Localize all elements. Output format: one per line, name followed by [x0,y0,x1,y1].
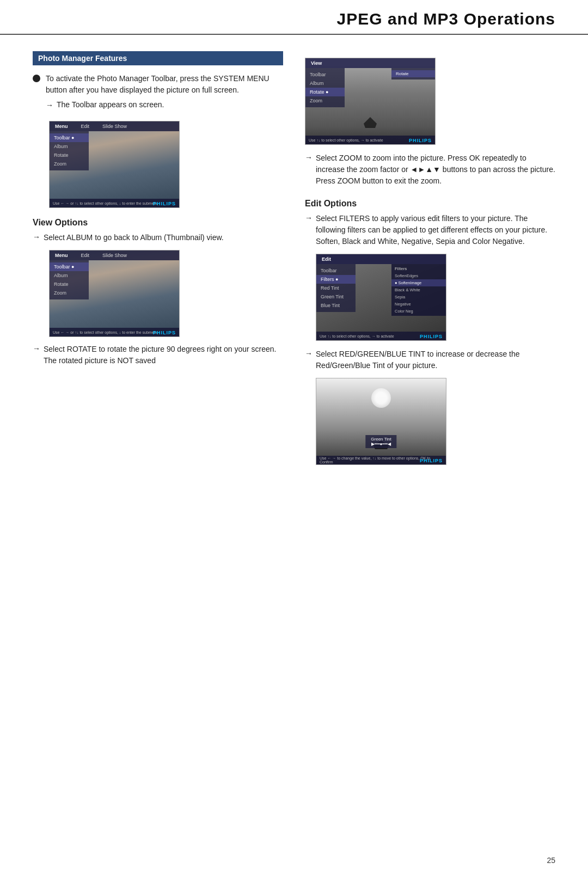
sim-menu-bar-1: Menu Edit Slide Show [50,121,179,131]
arrow-item-2: → Select ALBUM to go back to Album (Thum… [33,232,283,243]
sim-philips-2: PHILIPS [153,330,176,335]
right-column: View Toolbar Album Rotate ● Zoom Rotate … [305,51,555,472]
sim-sidebar-3: Toolbar Album Rotate ● Zoom [305,68,345,107]
arrow-item-1: → The Toolbar appears on screen. [46,99,283,111]
sim-status-text-3: Use ↑↓ to select other options, → to act… [309,138,383,142]
sim-menu-bar-2: Menu Edit Slide Show [50,250,179,260]
arrow-icon-1: → [46,100,53,111]
screen-image-5: Green Tint▶━━●━━◀ Use ← → to change the … [316,378,446,465]
sim-menu-edit: Edit [81,124,90,129]
sim-sb3-toolbar: Toolbar [305,70,345,79]
sim-sb-album: Album [50,142,89,151]
sim-menu-bar-3: View [305,58,435,68]
sim-menu-menu-2: Menu [55,253,68,258]
sim-f-bw: Black & White [391,286,446,293]
sim-sidebar-4: Toolbar Filters ● Red Tint Green Tint Bl… [316,264,356,312]
sun-shape [371,388,391,408]
screen-image-2-wrapper: Menu Edit Slide Show Toolbar ● Album Rot… [49,250,283,337]
sim-sidebar-2: Toolbar ● Album Rotate Zoom [50,260,89,299]
arrow-item-zoom: → Select ZOOM to zoom into the picture. … [305,152,555,187]
bullet-text-1: To activate the Photo Manager Toolbar, p… [46,73,283,114]
arrow-icon-zoom: → [305,153,313,162]
arrow-icon-3: → [33,344,40,353]
sim-sb4-bluetint: Blue Tint [316,301,356,310]
screen-image-2: Menu Edit Slide Show Toolbar ● Album Rot… [49,250,180,337]
sim-status-text-4: Use ↑↓ to select other options, → to act… [320,334,394,338]
sim-menu-slideshow-2: Slide Show [102,253,127,258]
sim-sb4-filters: Filters ● [316,275,356,284]
sim-philips-4: PHILIPS [420,334,443,339]
sim-f-sepia: Sepia [391,293,446,301]
left-column: Photo Manager Features To activate the P… [33,51,283,472]
arrow-item-3: → Select ROTATE to rotate the picture 90… [33,344,283,366]
sim-sb2-toolbar: Toolbar ● [50,262,89,271]
view-options-title: View Options [33,218,283,228]
sim-tint-bar: Green Tint▶━━●━━◀ [365,435,396,448]
sim-sb3-rotate: Rotate ● [305,88,345,96]
sim-sb3-zoom: Zoom [305,96,345,105]
arrow-icon-tint: → [305,349,313,358]
sim-menu-menu: Menu [55,124,68,129]
page-title: JPEG and MP3 Operations [337,10,555,28]
screen-image-1: Menu Edit Slide Show Toolbar ● Album Rot… [49,121,180,208]
sim-sb4-redtint: Red Tint [316,284,356,292]
screen-image-4-wrapper: Edit Toolbar Filters ● Red Tint Green Ti… [316,254,555,341]
screen-image-1-wrapper: Menu Edit Slide Show Toolbar ● Album Rot… [49,121,283,208]
sim-rp-rotate: Rotate [391,70,435,77]
screen-image-5-wrapper: Green Tint▶━━●━━◀ Use ← → to change the … [316,378,555,465]
sim-status-text-2: Use ← → or ↑↓ to select other options, ↓… [53,331,158,334]
sim-sb-toolbar: Toolbar ● [50,133,89,142]
arrow-icon-2: → [33,233,40,241]
sim-status-text-1: Use ← → or ↑↓ to select other options, ↓… [53,201,158,205]
sim-sb2-album: Album [50,271,89,280]
sim-f-softenimage: ● SoftenImage [391,279,446,286]
sim-philips-5: PHILIPS [420,458,443,463]
sim-sb-rotate: Rotate [50,151,89,160]
sim-menu-bar-4: Edit [316,254,446,264]
arrow-item-filters: → Select FILTERS to apply various edit f… [305,213,555,247]
sim-menu-slideshow: Slide Show [102,124,127,129]
edit-options-title: Edit Options [305,199,555,209]
sim-philips-3: PHILIPS [409,138,432,143]
sim-sb-zoom: Zoom [50,160,89,168]
arrow-icon-filters: → [305,213,313,222]
sim-f-filters-label: Filters [391,265,446,272]
sim-edit-label: Edit [322,256,331,262]
sim-philips-1: PHILIPS [153,201,176,206]
content-area: Photo Manager Features To activate the P… [0,35,588,504]
arrow-item-tint: → Select RED/GREEN/BLUE TINT to increase… [305,348,555,371]
bullet-dot [33,75,40,82]
sim-f-colorneg: Color Neg [391,308,446,315]
sim-menu-edit-2: Edit [81,253,90,258]
screen-image-3-wrapper: View Toolbar Album Rotate ● Zoom Rotate … [305,58,555,145]
bullet-item-1: To activate the Photo Manager Toolbar, p… [33,73,283,114]
page-number: 25 [547,856,555,865]
sim-sb3-album: Album [305,79,345,88]
sim-f-negative: Negative [391,301,446,308]
sim-sb2-zoom: Zoom [50,289,89,297]
screen-image-3: View Toolbar Album Rotate ● Zoom Rotate … [305,58,436,145]
sim-right-panel-rotate: Rotate [391,68,435,79]
sim-sb4-toolbar: Toolbar [316,266,356,275]
sim-sidebar-1: Toolbar ● Album Rotate Zoom [50,131,89,170]
screen-image-4: Edit Toolbar Filters ● Red Tint Green Ti… [316,254,446,341]
sim-filters-panel: Filters SoftenEdges ● SoftenImage Black … [391,264,446,316]
page-header: JPEG and MP3 Operations [0,0,588,35]
sim-sb4-greentint: Green Tint [316,292,356,301]
sim-f-softenedges: SoftenEdges [391,272,446,279]
arrow-text-zoom: Select ZOOM to zoom into the picture. Pr… [316,152,555,187]
section-header: Photo Manager Features [33,51,283,65]
sim-view-label: View [311,60,322,66]
sim-sb2-rotate: Rotate [50,280,89,289]
